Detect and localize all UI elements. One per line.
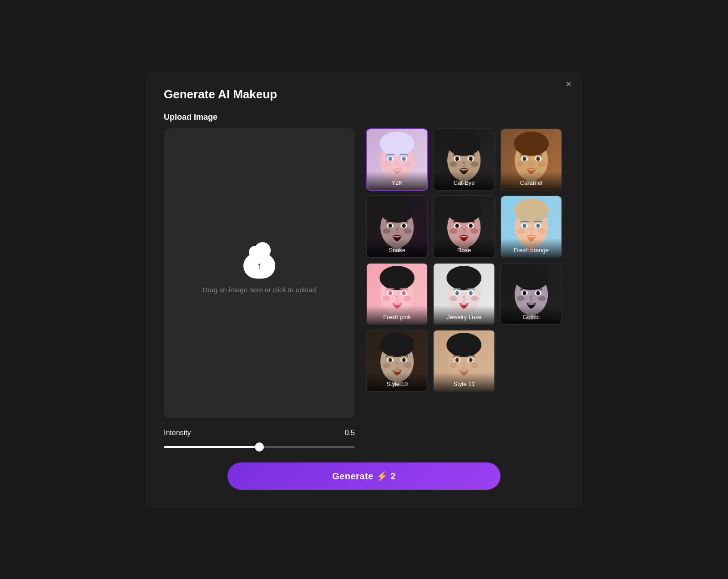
svg-point-59 — [538, 229, 546, 234]
svg-point-63 — [379, 266, 415, 290]
svg-point-23 — [514, 132, 549, 156]
svg-point-17 — [469, 157, 473, 161]
svg-point-76 — [455, 291, 459, 295]
svg-point-53 — [514, 198, 549, 223]
style-card-label-snake: Snake — [367, 239, 427, 257]
svg-point-97 — [402, 358, 405, 362]
svg-point-16 — [455, 157, 459, 161]
style-card-label-extra2: Style 11 — [434, 372, 494, 391]
left-panel: ↑ Drag an image here or click to upload … — [164, 128, 355, 450]
svg-point-3 — [379, 132, 415, 156]
style-card-label-cat-eye: Cat-Eye — [434, 171, 494, 190]
style-card-cat-eye[interactable]: Cat-Eye — [433, 128, 495, 191]
svg-point-79 — [471, 295, 479, 301]
svg-point-6 — [388, 157, 392, 161]
svg-point-106 — [455, 358, 459, 362]
style-card-label-gothic: Gothic — [501, 305, 561, 324]
style-card-jewelry-luxe[interactable]: Jewelry Luxe — [433, 263, 495, 325]
style-card-gothic[interactable]: Gothic — [500, 263, 562, 325]
svg-point-49 — [471, 229, 479, 234]
svg-point-47 — [469, 224, 473, 228]
style-card-y2k[interactable]: Y2K — [366, 128, 428, 191]
svg-point-29 — [538, 162, 546, 167]
upload-zone[interactable]: ↑ Drag an image here or click to upload — [164, 128, 355, 418]
svg-point-67 — [402, 291, 405, 295]
style-card-caramel[interactable]: Caramel — [500, 128, 562, 191]
svg-point-38 — [383, 229, 390, 234]
modal-title: Generate AI Makeup — [164, 87, 564, 102]
svg-point-43 — [447, 198, 482, 223]
svg-point-87 — [536, 291, 540, 295]
style-card-label-extra1: Style 10 — [367, 372, 427, 391]
slider-container — [164, 442, 355, 450]
intensity-value: 0.5 — [345, 429, 355, 437]
svg-point-18 — [450, 162, 457, 167]
style-card-extra1[interactable]: Style 10 — [366, 330, 428, 392]
svg-point-93 — [379, 333, 415, 357]
svg-point-13 — [447, 132, 482, 156]
svg-point-8 — [383, 162, 390, 167]
svg-point-73 — [447, 266, 482, 290]
style-card-fresh-pink[interactable]: Fresh pink — [366, 263, 428, 325]
svg-point-56 — [522, 224, 526, 228]
svg-point-26 — [522, 157, 526, 161]
generate-button[interactable]: Generate ⚡ 2 — [228, 462, 500, 490]
svg-point-36 — [388, 224, 392, 228]
svg-point-46 — [455, 224, 459, 228]
right-panel: Y2K — [366, 128, 564, 450]
intensity-slider[interactable] — [164, 446, 355, 448]
svg-point-99 — [404, 363, 412, 368]
intensity-label: Intensity — [164, 429, 191, 437]
style-card-label-rose: Rose — [434, 239, 494, 257]
svg-point-107 — [469, 358, 473, 362]
style-card-label-jewelry-luxe: Jewelry Luxe — [434, 305, 494, 324]
svg-point-89 — [538, 295, 546, 301]
svg-point-7 — [402, 157, 405, 161]
svg-point-19 — [471, 162, 479, 167]
style-card-snake[interactable]: Snake — [366, 195, 428, 258]
generate-btn-container: Generate ⚡ 2 — [164, 462, 564, 490]
svg-point-103 — [447, 333, 482, 357]
style-card-label-caramel: Caramel — [501, 171, 561, 190]
svg-point-28 — [517, 162, 525, 167]
svg-point-39 — [404, 229, 412, 234]
svg-point-58 — [517, 229, 525, 234]
svg-point-108 — [450, 363, 457, 368]
svg-point-109 — [471, 363, 479, 368]
svg-point-77 — [469, 291, 473, 295]
svg-point-9 — [404, 162, 412, 167]
upload-cloud-icon: ↑ — [243, 253, 275, 279]
svg-point-69 — [404, 295, 412, 301]
styles-grid: Y2K — [366, 128, 564, 392]
svg-point-27 — [536, 157, 540, 161]
svg-point-88 — [517, 295, 525, 301]
svg-point-78 — [450, 295, 457, 301]
close-button[interactable]: × — [566, 79, 571, 89]
style-card-label-y2k: Y2K — [367, 171, 427, 190]
modal-container: × Generate AI Makeup Upload Image ↑ Drag… — [146, 71, 582, 508]
svg-point-98 — [383, 363, 390, 368]
svg-point-68 — [383, 295, 390, 301]
svg-point-57 — [536, 224, 540, 228]
main-content: ↑ Drag an image here or click to upload … — [164, 128, 564, 450]
svg-point-37 — [402, 224, 405, 228]
svg-point-66 — [388, 291, 392, 295]
intensity-section: Intensity 0.5 — [164, 429, 355, 450]
upload-drag-text: Drag an image here or click to upload — [202, 286, 316, 294]
style-card-fresh-orange[interactable]: Fresh orange — [500, 195, 562, 258]
style-card-rose[interactable]: Rose — [433, 195, 495, 258]
style-card-label-fresh-orange: Fresh orange — [501, 239, 561, 257]
style-card-label-fresh-pink: Fresh pink — [367, 305, 427, 324]
intensity-header: Intensity 0.5 — [164, 429, 355, 437]
svg-point-96 — [388, 358, 392, 362]
svg-point-83 — [514, 266, 549, 290]
svg-point-86 — [522, 291, 526, 295]
upload-label: Upload Image — [164, 112, 564, 122]
svg-point-33 — [379, 198, 415, 223]
svg-point-48 — [450, 229, 457, 234]
upload-arrow-icon: ↑ — [257, 260, 262, 272]
style-card-extra2[interactable]: Style 11 — [433, 330, 495, 392]
